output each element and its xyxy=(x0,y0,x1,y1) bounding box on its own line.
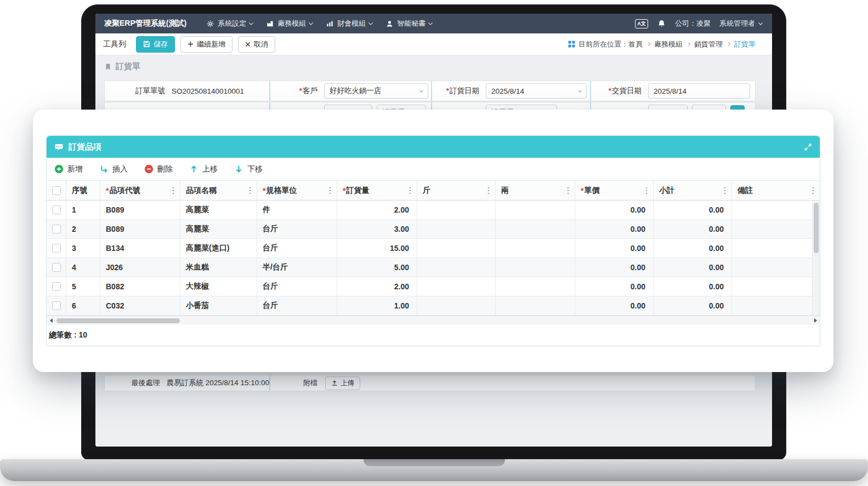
customer-select[interactable]: 好好吃火鍋一店 xyxy=(324,83,428,99)
column-menu-icon[interactable] xyxy=(567,187,569,195)
plus-icon xyxy=(188,41,194,47)
expand-icon[interactable] xyxy=(804,143,812,151)
column-menu-icon[interactable] xyxy=(409,187,411,195)
cell-qty: 15.00 xyxy=(337,239,417,258)
order-date-value: 2025/8/14 xyxy=(491,87,524,95)
horizontal-scrollbar-thumb[interactable] xyxy=(56,318,180,323)
language-icon[interactable]: A文 xyxy=(635,19,648,28)
menu-label: 廠務模組 xyxy=(277,19,306,28)
cell-item-code: C032 xyxy=(100,296,180,315)
cell-unit: 台斤 xyxy=(257,277,337,296)
order-items-modal: 訂貨品項 新增 插入 刪除 xyxy=(33,110,833,372)
vertical-scrollbar[interactable] xyxy=(812,201,820,316)
row-checkbox[interactable] xyxy=(52,225,61,233)
table-row[interactable]: 1 B089 高麗菜 件 2.00 0.00 0.00 xyxy=(47,201,812,220)
items-grid: 序號 *品項代號 品項名稱 *規格單位 *訂貨量 xyxy=(47,181,820,346)
move-up-button[interactable]: 上移 xyxy=(189,164,218,174)
chevron-down-icon xyxy=(758,20,763,25)
column-menu-icon[interactable] xyxy=(812,187,814,195)
cell-note xyxy=(732,277,812,296)
upload-icon xyxy=(331,380,338,386)
grid-body: 1 B089 高麗菜 件 2.00 0.00 0.00 2 xyxy=(47,201,812,316)
add-row-button[interactable]: 新增 xyxy=(54,164,83,174)
row-checkbox[interactable] xyxy=(52,282,61,291)
continue-add-label: 繼續新增 xyxy=(197,39,225,49)
scroll-right-arrow[interactable] xyxy=(811,316,820,325)
menu-smart-secretary[interactable]: 智能秘書 xyxy=(380,15,438,32)
chart-icon xyxy=(326,20,334,28)
breadcrumb-module[interactable]: 廠務模組 xyxy=(654,39,683,49)
cell-qty: 2.00 xyxy=(337,277,417,296)
cell-liang xyxy=(496,201,575,219)
order-form-row-1: 訂單單號 SO202508140010001 *客戶 好好吃火鍋一店 *訂貨日期… xyxy=(104,81,756,101)
row-checkbox[interactable] xyxy=(52,263,61,272)
cell-item-name: 高麗菜 xyxy=(180,220,257,238)
row-checkbox[interactable] xyxy=(52,301,61,310)
table-row[interactable]: 5 B082 大辣椒 台斤 2.00 0.00 0.00 xyxy=(47,277,812,296)
vertical-scrollbar-thumb[interactable] xyxy=(814,203,819,253)
select-all-checkbox[interactable] xyxy=(52,186,61,195)
bell-icon[interactable] xyxy=(657,19,666,28)
cell-qty: 1.00 xyxy=(337,296,417,315)
navbar-right: A文 公司：凌聚 系統管理者 xyxy=(635,19,762,28)
row-checkbox[interactable] xyxy=(52,205,61,214)
table-row[interactable]: 6 C032 小番茄 台斤 1.00 0.00 0.00 xyxy=(47,296,812,316)
table-row[interactable]: 2 B089 高麗菜 台斤 3.00 0.00 0.00 xyxy=(47,220,812,239)
floppy-icon xyxy=(143,41,150,48)
user-menu[interactable]: 系統管理者 xyxy=(719,19,762,28)
delivery-date-value: 2025/8/14 xyxy=(654,87,687,95)
breadcrumb-home[interactable]: 首頁 xyxy=(628,39,643,49)
insert-row-button[interactable]: 插入 xyxy=(99,164,128,174)
menu-label: 智能秘書 xyxy=(397,19,426,28)
menu-finance-module[interactable]: 財會模組 xyxy=(320,15,378,32)
column-menu-icon[interactable] xyxy=(487,187,490,195)
column-menu-icon[interactable] xyxy=(172,187,174,195)
breadcrumb-sales[interactable]: 銷貨管理 xyxy=(694,39,723,49)
section-title-label: 訂貨單 xyxy=(116,61,140,72)
delivery-date-input[interactable]: 2025/8/14 xyxy=(648,83,750,99)
column-menu-icon[interactable] xyxy=(724,187,726,195)
move-down-button[interactable]: 下移 xyxy=(234,164,263,174)
required-marker: * xyxy=(343,186,345,195)
cell-subtotal: 0.00 xyxy=(654,201,732,219)
cell-subtotal: 0.00 xyxy=(654,296,732,315)
cell-note xyxy=(732,201,812,219)
chevron-down-icon xyxy=(309,20,313,25)
column-menu-icon[interactable] xyxy=(645,187,648,195)
move-down-label: 下移 xyxy=(247,164,263,174)
horizontal-scrollbar[interactable] xyxy=(47,316,820,325)
scroll-left-arrow[interactable] xyxy=(47,316,55,325)
save-button[interactable]: 儲存 xyxy=(136,36,175,53)
row-checkbox[interactable] xyxy=(52,244,61,253)
cancel-button[interactable]: 取消 xyxy=(238,36,275,53)
order-form-footer-row: 最後處理 農易訂系統 2025/8/14 15:10:00 附檔 上傳 xyxy=(104,375,756,391)
cell-item-name: 米血糕 xyxy=(180,258,257,277)
table-row[interactable]: 3 B134 高麗菜(進口) 台斤 15.00 0.00 0.00 xyxy=(47,239,812,258)
required-marker: * xyxy=(263,186,265,195)
chevron-right-icon xyxy=(646,42,650,46)
bookmark-icon xyxy=(104,63,112,71)
column-header-item-name: 品項名稱 xyxy=(180,181,257,200)
cell-price: 0.00 xyxy=(575,201,654,219)
column-header-item-code: *品項代號 xyxy=(100,181,180,200)
column-menu-icon[interactable] xyxy=(329,187,331,195)
chat-icon xyxy=(54,142,64,152)
cell-subtotal: 0.00 xyxy=(654,239,732,258)
chevron-right-icon xyxy=(687,42,690,46)
menu-system-settings[interactable]: 系統設定 xyxy=(201,15,258,32)
cell-subtotal: 0.00 xyxy=(654,277,732,296)
upload-button[interactable]: 上傳 xyxy=(325,376,360,390)
order-date-picker[interactable]: 2025/8/14 xyxy=(486,83,587,99)
table-row[interactable]: 4 J026 米血糕 半/台斤 5.00 0.00 0.00 xyxy=(47,258,812,277)
column-menu-icon[interactable] xyxy=(249,187,251,195)
menu-factory-module[interactable]: 廠務模組 xyxy=(260,15,318,32)
circle-minus-icon xyxy=(144,164,154,174)
delete-row-button[interactable]: 刪除 xyxy=(144,164,173,174)
cell-item-code: B082 xyxy=(100,277,180,296)
cell-item-name: 小番茄 xyxy=(180,296,257,315)
continue-add-button[interactable]: 繼續新增 xyxy=(180,36,232,53)
cell-qty: 2.00 xyxy=(337,201,417,219)
breadcrumb-prefix: 目前所在位置： xyxy=(578,39,628,49)
order-items-panel: 訂貨品項 新增 插入 刪除 xyxy=(46,135,820,346)
cell-subtotal: 0.00 xyxy=(654,220,732,238)
